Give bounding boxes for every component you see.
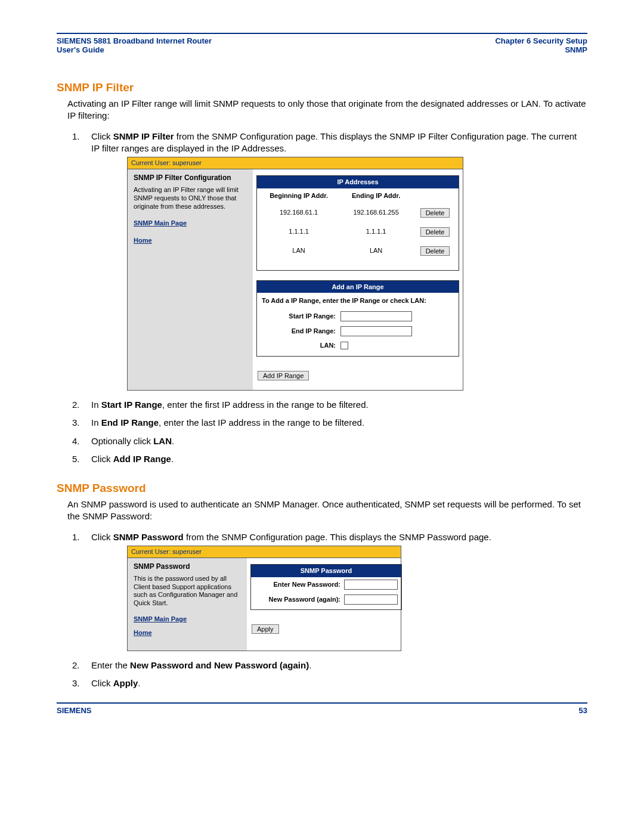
pw-step-2: Enter the New Password and New Password … <box>72 659 587 671</box>
lan-checkbox[interactable] <box>340 342 348 349</box>
start-ip-input[interactable] <box>340 311 412 321</box>
sidebar-title: SNMP IP Filter Configuration <box>134 173 247 182</box>
delete-button[interactable]: Delete <box>420 208 450 218</box>
delete-button[interactable]: Delete <box>420 246 450 256</box>
col-begin: Beginning IP Addr. <box>257 188 340 203</box>
delete-button[interactable]: Delete <box>420 227 450 237</box>
header-chapter: Chapter 6 Security Setup <box>495 36 587 45</box>
label-start-ip: Start IP Range: <box>263 312 340 321</box>
section-title-ipfilter: SNMP IP Filter <box>57 81 587 94</box>
embedded-ipfilter-ui: Current User: superuser SNMP IP Filter C… <box>127 157 463 391</box>
footer-brand: SIEMENS <box>57 706 92 715</box>
sidebar: SNMP IP Filter Configuration Activating … <box>128 169 253 390</box>
apply-button[interactable]: Apply <box>252 624 279 634</box>
header-title: SIEMENS 5881 Broadband Internet Router <box>57 36 212 45</box>
add-ip-range-panel: Add an IP Range To Add a IP Range, enter… <box>256 280 459 357</box>
table-row: 192.168.61.1 192.168.61.255 Delete <box>257 203 459 222</box>
add-ip-range-button[interactable]: Add IP Range <box>258 371 309 380</box>
section-title-password: SNMP Password <box>57 482 587 495</box>
col-end: Ending IP Addr. <box>340 188 411 203</box>
step-1: Click SNMP IP Filter from the SNMP Confi… <box>72 131 587 391</box>
add-range-heading: Add an IP Range <box>257 281 459 293</box>
intro-ipfilter: Activating an IP Filter range will limit… <box>67 98 587 122</box>
ip-addresses-panel: IP Addresses Beginning IP Addr. Ending I… <box>256 175 459 271</box>
snmp-password-panel: SNMP Password Enter New Password: New Pa… <box>250 564 402 610</box>
sidebar-desc: Activating an IP Filter range will limit… <box>134 186 247 210</box>
step-4: Optionally click LAN. <box>72 435 587 447</box>
link-home[interactable]: Home <box>134 628 241 637</box>
label-lan: LAN: <box>263 341 340 350</box>
table-row: 1.1.1.1 1.1.1.1 Delete <box>257 222 459 241</box>
label-end-ip: End IP Range: <box>263 327 340 336</box>
pw-step-3: Click Apply. <box>72 677 587 689</box>
sidebar-desc: This is the password used by all Client … <box>134 575 241 608</box>
header-subtitle: User's Guide <box>57 45 212 54</box>
embedded-password-ui: Current User: superuser SNMP Password Th… <box>127 546 401 651</box>
page-header: SIEMENS 5881 Broadband Internet Router U… <box>57 36 587 54</box>
user-bar: Current User: superuser <box>128 157 463 169</box>
end-ip-input[interactable] <box>340 326 412 336</box>
label-new-password: Enter New Password: <box>255 580 344 589</box>
user-bar: Current User: superuser <box>128 546 401 558</box>
intro-password: An SNMP password is used to authenticate… <box>67 498 587 523</box>
snmp-password-heading: SNMP Password <box>251 565 401 577</box>
link-home[interactable]: Home <box>134 236 247 245</box>
page-number: 53 <box>579 706 587 715</box>
password-again-input[interactable] <box>344 594 398 605</box>
pw-step-1: Click SNMP Password from the SNMP Config… <box>72 531 587 651</box>
ip-table: Beginning IP Addr. Ending IP Addr. 192.1… <box>257 188 459 270</box>
sidebar: SNMP Password This is the password used … <box>128 558 247 651</box>
add-range-desc: To Add a IP Range, enter the IP Range or… <box>257 293 459 309</box>
label-password-again: New Password (again): <box>255 595 344 604</box>
page-footer: SIEMENS 53 <box>57 706 587 715</box>
link-snmp-main[interactable]: SNMP Main Page <box>134 219 247 228</box>
step-5: Click Add IP Range. <box>72 453 587 465</box>
link-snmp-main[interactable]: SNMP Main Page <box>134 615 241 624</box>
header-topic: SNMP <box>495 45 587 54</box>
ip-addresses-heading: IP Addresses <box>257 176 459 188</box>
step-3: In End IP Range, enter the last IP addre… <box>72 417 587 429</box>
step-2: In Start IP Range, enter the first IP ad… <box>72 399 587 411</box>
sidebar-title: SNMP Password <box>134 562 241 571</box>
new-password-input[interactable] <box>344 580 398 590</box>
table-row: LAN LAN Delete <box>257 241 459 261</box>
